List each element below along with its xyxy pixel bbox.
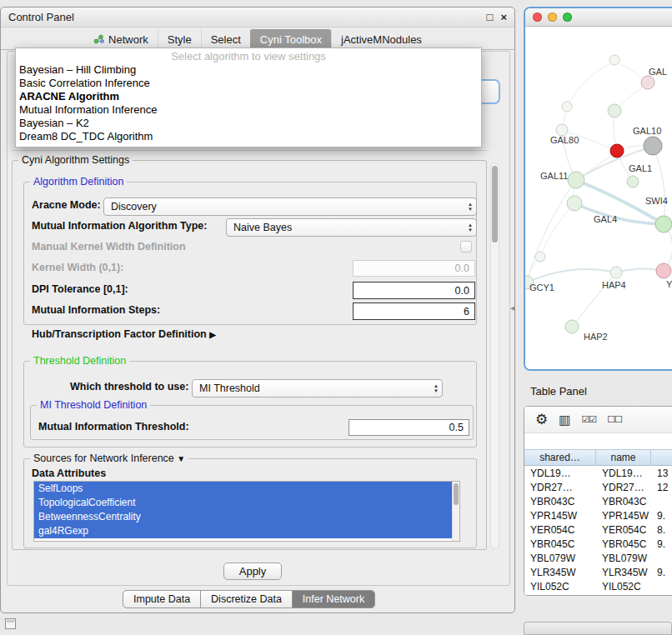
mi-algorithm-type-select[interactable]: Naive Bayes ▲▼ (226, 218, 477, 237)
aracne-mode-value: Discovery (111, 201, 157, 212)
tab-cyni-toolbox[interactable]: Cyni Toolbox (250, 29, 331, 49)
table-cell: YBR043C (596, 495, 651, 509)
stepper-down-icon: ▼ (468, 228, 473, 232)
close-traffic-light[interactable] (533, 12, 542, 22)
network-edge[interactable] (567, 62, 614, 107)
tab-label: Select (211, 33, 241, 46)
network-svg[interactable]: GALGAL80GAL10GAL11GAL1SWI4GAL4GCY1HAP4YH… (525, 27, 672, 369)
table-row[interactable]: YBR045CYBR045C9. (524, 538, 672, 552)
bottom-tab-discretize-data[interactable]: Discretize Data (200, 590, 293, 608)
node-gal4[interactable] (567, 196, 582, 211)
apply-button[interactable]: Apply (223, 562, 282, 580)
deselect-all-icon[interactable]: ☐☐ (607, 414, 622, 425)
dropdown-item[interactable]: Basic Correlation Inference (16, 77, 481, 90)
network-node[interactable] (608, 104, 621, 118)
network-node[interactable] (562, 102, 572, 112)
attributes-scrollbar[interactable] (452, 482, 459, 541)
mi-algorithm-type-label: Mutual Information Algorithm Type: (32, 220, 207, 232)
dpi-tolerance-label: DPI Tolerance [0,1]: (32, 283, 128, 295)
network-edge[interactable] (653, 147, 664, 224)
attribute-item[interactable]: SelfLoops (34, 482, 452, 496)
node-swi4[interactable] (655, 216, 672, 232)
minimized-window-icon[interactable] (5, 618, 16, 629)
network-window-titlebar[interactable] (525, 8, 672, 27)
bottom-tab-infer-network[interactable]: Infer Network (292, 590, 375, 608)
panel-collapse-icon[interactable]: ◀ (510, 305, 514, 312)
table-cell: YER054C (596, 523, 651, 538)
dropdown-placeholder: Select algorithm to view settings (16, 50, 481, 63)
node-hap2[interactable] (565, 320, 579, 333)
table-cell: YER054C (524, 523, 596, 538)
mi-steps-input[interactable]: 6 (353, 302, 475, 320)
node-gal80[interactable] (556, 124, 568, 136)
aracne-mode-select[interactable]: Discovery ▲▼ (103, 198, 477, 216)
dpi-tolerance-input[interactable]: 0.0 (353, 282, 475, 299)
node-gal10[interactable] (610, 144, 624, 158)
settings-scroll-thumb[interactable] (492, 166, 498, 242)
kernel-width-input[interactable]: 0.0 (353, 260, 475, 277)
node-hap4[interactable] (610, 267, 622, 278)
node-gal[interactable] (641, 76, 654, 89)
close-icon[interactable]: × (500, 12, 507, 22)
dropdown-item[interactable]: Bayesian – Hill Climbing (16, 63, 481, 77)
select-all-icon[interactable]: ☑☑ (581, 414, 596, 425)
node-gal11[interactable] (568, 172, 584, 188)
node-label: SWI4 (645, 196, 668, 206)
table-header-cell[interactable]: name (596, 450, 651, 465)
mi-threshold-input[interactable]: 0.5 (349, 419, 469, 436)
table-panel-title: Table Panel (530, 385, 587, 398)
attribute-item[interactable]: BetweennessCentrality (34, 510, 452, 524)
attributes-scroll-thumb[interactable] (454, 483, 459, 505)
network-edge[interactable] (527, 180, 576, 282)
hub-section-toggle[interactable]: Hub/Transcription Factor Definition ▶ (32, 328, 216, 340)
network-view-window: GALGAL80GAL10GAL11GAL1SWI4GAL4GCY1HAP4YH… (524, 7, 672, 371)
combo-stepper-icon: ▲▼ (468, 198, 473, 215)
table-row[interactable]: YER054CYER054C8. (524, 523, 672, 538)
gear-icon[interactable]: ⚙ (535, 411, 548, 428)
network-node[interactable] (535, 252, 545, 262)
which-threshold-select[interactable]: MI Threshold ▲▼ (192, 379, 443, 398)
tab-jactivemnodules[interactable]: jActiveMNodules (331, 29, 431, 49)
table-header-cell[interactable] (651, 450, 672, 465)
table-row[interactable]: YDL19…YDL19…13 (524, 467, 672, 481)
tab-style[interactable]: Style (158, 29, 201, 49)
hub-section-label: Hub/Transcription Factor Definition (32, 328, 207, 340)
combo-stepper-icon: ▲▼ (434, 380, 439, 397)
minimize-traffic-light[interactable] (548, 12, 557, 22)
tab-network[interactable]: Network (84, 29, 158, 49)
network-node[interactable] (609, 55, 619, 65)
dropdown-item[interactable]: Bayesian – K2 (16, 117, 481, 130)
columns-icon[interactable]: ▥ (559, 412, 570, 428)
table-toolbar: ⚙ ▥ ☑☑ ☐☐ (524, 407, 672, 433)
table-row[interactable]: YDR27…YDR27…12 (524, 481, 672, 495)
network-edge[interactable] (574, 203, 664, 224)
mi-threshold-definition-title: MI Threshold Definition (37, 399, 150, 412)
network-canvas[interactable]: GALGAL80GAL10GAL11GAL1SWI4GAL4GCY1HAP4YH… (525, 27, 672, 369)
table-row[interactable]: YLR345WYLR345W9. (524, 566, 672, 580)
dropdown-item[interactable]: Dream8 DC_TDC Algorithm (16, 130, 481, 143)
table-row[interactable]: YBL079WYBL079W (524, 552, 672, 566)
control-panel-titlebar[interactable]: Control Panel □ × (1, 8, 514, 28)
table-row[interactable]: YPR145WYPR145W9. (524, 509, 672, 523)
cyni-algorithm-settings-title: Cyni Algorithm Settings (18, 154, 133, 167)
network-edge[interactable] (540, 203, 574, 257)
node-gal1[interactable] (627, 176, 639, 188)
zoom-traffic-light[interactable] (563, 12, 572, 22)
attribute-item[interactable]: gal4RGexp (34, 524, 452, 538)
table-header-cell[interactable]: shared… (524, 450, 596, 465)
dropdown-item[interactable]: Mutual Information Inference (16, 103, 481, 117)
sources-group-title[interactable]: Sources for Network Inference ▼ (30, 452, 188, 465)
float-window-icon[interactable]: □ (487, 12, 494, 22)
tab-select[interactable]: Select (201, 29, 250, 49)
dropdown-item[interactable]: ARACNE Algorithm (16, 90, 481, 103)
manual-kernel-checkbox[interactable] (460, 241, 472, 252)
network-node[interactable] (644, 137, 662, 155)
manual-kernel-label: Manual Kernel Width Definition (32, 241, 186, 252)
data-attributes-list[interactable]: SelfLoopsTopologicalCoefficientBetweenne… (33, 481, 460, 542)
settings-scrollbar[interactable] (490, 162, 499, 549)
attribute-item[interactable]: TopologicalCoefficient (34, 496, 452, 510)
table-row[interactable]: YBR043CYBR043C (524, 495, 672, 509)
node-y[interactable] (656, 263, 671, 278)
table-row[interactable]: YIL052CYIL052C (524, 580, 672, 594)
bottom-tab-impute-data[interactable]: Impute Data (123, 590, 201, 608)
